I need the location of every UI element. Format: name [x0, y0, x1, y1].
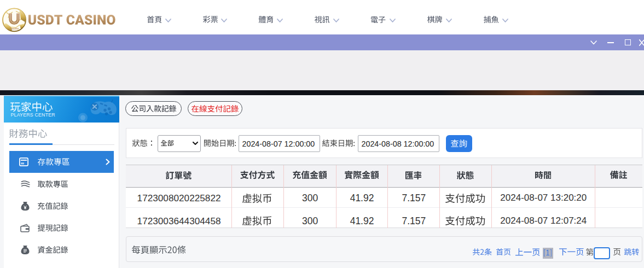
svg-text:casino: casino — [9, 27, 19, 30]
